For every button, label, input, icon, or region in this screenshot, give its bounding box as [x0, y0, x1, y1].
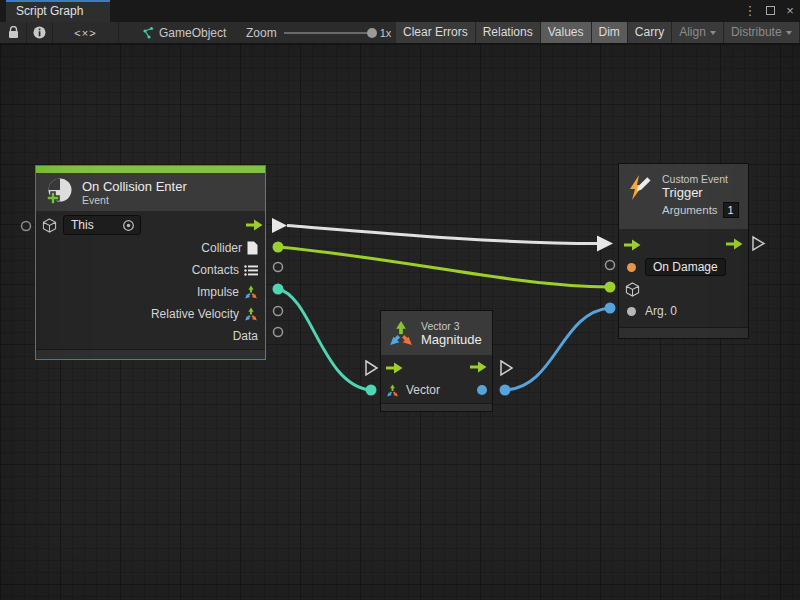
port-marker-collider[interactable] — [273, 242, 284, 253]
collider-icon — [247, 241, 258, 255]
zoom-slider[interactable] — [284, 32, 372, 34]
port-marker-flow-out-trigger[interactable] — [753, 237, 764, 250]
custom-event-icon — [625, 173, 655, 203]
node-header[interactable]: Vector 3 Magnitude — [381, 311, 492, 355]
port-marker-vector-in[interactable] — [366, 385, 377, 396]
port-marker-flow-out[interactable] — [272, 218, 287, 233]
port-marker-target-in[interactable] — [22, 222, 31, 231]
dropdown-arrow-icon — [786, 31, 792, 35]
menu-icon[interactable]: ⋮ — [740, 0, 760, 22]
port-marker-flow-in-magnitude[interactable] — [366, 361, 377, 375]
node-header[interactable]: On Collision Enter Event — [36, 173, 265, 211]
dim-button[interactable]: Dim — [592, 22, 628, 43]
arguments-count-field[interactable]: 1 — [723, 202, 739, 218]
node-type: Vector 3 — [421, 320, 482, 332]
wire-impulse-teal[interactable] — [278, 289, 371, 390]
event-name-field[interactable]: On Damage — [645, 258, 726, 276]
node-title: Trigger — [662, 185, 739, 200]
zoom-slider-knob[interactable] — [367, 28, 377, 38]
vector3-icon — [388, 320, 414, 346]
port-data[interactable]: Data — [36, 325, 265, 347]
values-button[interactable]: Values — [541, 22, 592, 43]
port-event-name[interactable]: On Damage — [619, 256, 748, 278]
graph-toolbar: <×> GameObject Zoom 1x Clear Errors Rela… — [0, 22, 800, 44]
node-category: Custom Event — [662, 173, 739, 185]
port-contacts[interactable]: Contacts — [36, 259, 265, 281]
tab-script-graph[interactable]: Script Graph — [6, 0, 110, 22]
align-button[interactable]: Align — [672, 22, 724, 43]
title-bar: Script Graph ⋮ × — [0, 0, 800, 22]
flow-out-port[interactable] — [246, 219, 263, 231]
node-on-collision-enter[interactable]: On Collision Enter Event This — [35, 165, 266, 360]
port-marker-flow-in-trigger[interactable] — [597, 236, 613, 252]
distribute-button[interactable]: Distribute — [724, 22, 800, 43]
target-picker-icon[interactable] — [122, 219, 135, 232]
target-field[interactable]: This — [63, 215, 141, 235]
object-port[interactable] — [627, 307, 636, 316]
port-target[interactable] — [619, 278, 748, 300]
relations-button[interactable]: Relations — [476, 22, 541, 43]
wire-magnitude-blue[interactable] — [505, 308, 610, 390]
code-preview-button[interactable]: <×> — [53, 22, 119, 43]
port-marker-arg0[interactable] — [605, 303, 616, 314]
lock-button[interactable] — [0, 22, 27, 43]
port-marker-float-out[interactable] — [500, 385, 511, 396]
cube-icon — [42, 218, 57, 233]
clear-errors-button[interactable]: Clear Errors — [396, 22, 476, 43]
lock-icon — [8, 26, 19, 39]
graph-canvas[interactable]: On Collision Enter Event This — [0, 44, 800, 600]
flow-arrow-icon — [470, 361, 487, 373]
node-accent-bar — [36, 166, 265, 173]
graph-icon — [141, 26, 154, 39]
port-arg0[interactable]: Arg. 0 — [619, 300, 748, 322]
wire-flow-white[interactable] — [287, 226, 597, 244]
port-marker-relative-velocity[interactable] — [274, 307, 283, 316]
gameobject-label: GameObject — [159, 26, 226, 40]
port-marker-impulse[interactable] — [273, 284, 284, 295]
string-port[interactable] — [627, 263, 636, 272]
port-marker-contacts[interactable] — [274, 263, 283, 272]
zoom-value: 1x — [380, 27, 392, 39]
port-impulse[interactable]: Impulse — [36, 281, 265, 303]
port-marker-event-name[interactable] — [606, 261, 615, 270]
node-footer — [36, 349, 265, 359]
inspect-button[interactable] — [27, 22, 53, 43]
close-icon[interactable]: × — [780, 0, 800, 22]
unity-script-graph-window: Script Graph ⋮ × <×> — [0, 0, 800, 600]
port-marker-data[interactable] — [274, 328, 283, 337]
port-marker-flow-out-magnitude[interactable] — [501, 361, 512, 375]
flow-arrow-icon — [246, 219, 263, 231]
node-title: Magnitude — [421, 332, 482, 347]
zoom-label: Zoom — [246, 26, 277, 40]
info-icon — [33, 26, 46, 39]
code-toggle-icon: <×> — [74, 27, 96, 39]
gameobject-breadcrumb[interactable]: GameObject — [141, 22, 226, 43]
port-vector[interactable]: Vector — [381, 379, 492, 401]
flow-row[interactable] — [381, 357, 492, 379]
tab-label: Script Graph — [16, 4, 83, 18]
window-controls: ⋮ × — [740, 0, 800, 22]
float-output-port[interactable] — [477, 385, 487, 395]
port-marker-trigger-target[interactable] — [605, 282, 616, 293]
zoom-control: Zoom 1x — [246, 22, 391, 43]
collision-event-icon — [44, 177, 74, 207]
port-relative-velocity[interactable]: Relative Velocity — [36, 303, 265, 325]
flow-arrow-icon — [386, 362, 403, 374]
node-header[interactable]: Custom Event Trigger Arguments 1 — [619, 164, 748, 229]
flow-row[interactable] — [619, 234, 748, 256]
vector3-icon — [244, 307, 258, 321]
carry-button[interactable]: Carry — [628, 22, 672, 43]
wire-collider-green[interactable] — [278, 247, 608, 287]
port-collider[interactable]: Collider — [36, 237, 265, 259]
list-icon — [244, 265, 258, 276]
node-footer — [381, 403, 492, 411]
node-trigger-custom-event[interactable]: Custom Event Trigger Arguments 1 — [618, 163, 749, 339]
node-footer — [619, 327, 748, 338]
dropdown-arrow-icon — [710, 31, 716, 35]
node-magnitude[interactable]: Vector 3 Magnitude — [380, 310, 493, 412]
toolbar-buttons: Clear Errors Relations Values Dim Carry … — [396, 22, 800, 43]
vector3-icon — [386, 384, 399, 397]
flow-arrow-icon — [624, 239, 641, 251]
cube-icon — [625, 282, 640, 297]
maximize-icon[interactable] — [760, 0, 780, 22]
